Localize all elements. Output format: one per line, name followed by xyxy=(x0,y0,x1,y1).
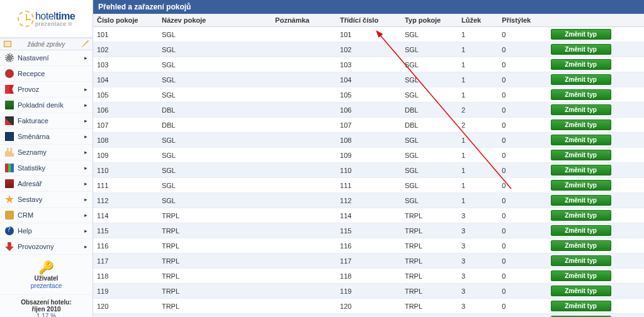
cell-tridici: 119 xyxy=(336,284,401,299)
cell-pristylek: 0 xyxy=(498,57,546,72)
change-type-button[interactable]: Změnit typ xyxy=(551,89,611,100)
change-type-button[interactable]: Změnit typ xyxy=(551,195,611,206)
cell-tridici: 102 xyxy=(336,42,401,57)
messages-text: žádné zprávy xyxy=(28,41,65,48)
cell-tridici: 112 xyxy=(336,193,401,208)
sidebar-item-stats[interactable]: Statistiky▸ xyxy=(0,160,93,176)
table-row: 104SGL104SGL10Změnit typ xyxy=(93,72,644,87)
cell-cislo: 116 xyxy=(93,238,158,253)
cell-typ: SGL xyxy=(401,148,458,163)
invoice-icon xyxy=(5,116,14,125)
cell-tridici: 106 xyxy=(336,103,401,118)
cell-tridici: 118 xyxy=(336,269,401,284)
change-type-button[interactable]: Změnit typ xyxy=(551,165,611,175)
cell-typ: DBL xyxy=(401,118,458,133)
sidebar-item-invoice[interactable]: Fakturace▸ xyxy=(0,113,93,129)
cell-poznamka xyxy=(271,178,336,193)
table-row: 117TRPL117TRPL30Změnit typ xyxy=(93,253,644,269)
user-link[interactable]: prezentace xyxy=(31,282,62,289)
sidebar-item-help[interactable]: Help▸ xyxy=(0,223,93,239)
change-type-button[interactable]: Změnit typ xyxy=(551,286,611,296)
messages-bar[interactable]: žádné zprávy xyxy=(0,38,93,50)
sidebar-item-address[interactable]: Adresář▸ xyxy=(0,176,93,192)
sidebar-item-reports[interactable]: Sestavy▸ xyxy=(0,192,93,208)
table-row: 102SGL102SGL10Změnit typ xyxy=(93,42,644,57)
cell-luzek: 1 xyxy=(458,178,498,193)
cell-nazev: TRPL xyxy=(158,223,271,238)
cell-tridici: 110 xyxy=(336,163,401,178)
cell-cislo: 110 xyxy=(93,163,158,178)
cell-typ: SGL xyxy=(401,27,458,42)
cell-luzek: 2 xyxy=(458,314,498,318)
cell-pristylek: 0 xyxy=(498,163,546,178)
cell-pristylek: 0 xyxy=(498,42,546,57)
table-row: 120TRPL120TRPL30Změnit typ xyxy=(93,299,644,314)
occupancy-percent[interactable]: 1,17 % xyxy=(3,313,90,317)
change-type-button[interactable]: Změnit typ xyxy=(551,104,611,115)
cell-luzek: 2 xyxy=(458,118,498,133)
sidebar-item-label: Směnárna xyxy=(18,133,84,140)
sidebar-item-operation[interactable]: Provoz▸ xyxy=(0,82,93,97)
change-type-button[interactable]: Změnit typ xyxy=(551,210,611,221)
cell-tridici: 114 xyxy=(336,208,401,223)
col-typ[interactable]: Typ pokoje xyxy=(401,14,458,27)
sidebar-item-settings[interactable]: Nastavení▸ xyxy=(0,50,93,66)
change-type-button[interactable]: Změnit typ xyxy=(551,59,611,70)
col-action xyxy=(547,14,644,27)
sidebar-item-cashbook[interactable]: Pokladní deník▸ xyxy=(0,97,93,113)
change-type-button[interactable]: Změnit typ xyxy=(551,180,611,191)
change-type-button[interactable]: Změnit typ xyxy=(551,255,611,266)
chevron-right-icon: ▸ xyxy=(84,86,88,92)
user-block: 🔑Uživatelprezentace xyxy=(0,255,93,295)
col-poznamka[interactable]: Poznámka xyxy=(271,14,336,27)
col-pristylek[interactable]: Přístýlek xyxy=(498,14,546,27)
col-nazev[interactable]: Název pokoje xyxy=(158,14,271,27)
change-type-button[interactable]: Změnit typ xyxy=(551,240,611,251)
cell-poznamka xyxy=(271,193,336,208)
change-type-button[interactable]: Změnit typ xyxy=(551,150,611,160)
edit-icon[interactable] xyxy=(81,40,89,48)
change-type-button[interactable]: Změnit typ xyxy=(551,225,611,236)
change-type-button[interactable]: Změnit typ xyxy=(551,74,611,85)
cell-cislo: 115 xyxy=(93,223,158,238)
sidebar-item-premises[interactable]: Provozovny▸ xyxy=(0,239,93,255)
change-type-button[interactable]: Změnit typ xyxy=(551,29,611,40)
sidebar-item-reception[interactable]: Recepce xyxy=(0,66,93,82)
sidebar-item-label: Sestavy xyxy=(18,196,84,203)
cell-nazev: SGL xyxy=(158,133,271,148)
cell-pristylek: 0 xyxy=(498,269,546,284)
change-type-button[interactable]: Změnit typ xyxy=(551,44,611,55)
col-tridici[interactable]: Třídící číslo xyxy=(336,14,401,27)
change-type-button[interactable]: Změnit typ xyxy=(551,135,611,145)
cell-nazev: DBL xyxy=(158,103,271,118)
change-type-button[interactable]: Změnit typ xyxy=(551,120,611,130)
cell-tridici: 111 xyxy=(336,178,401,193)
cell-nazev: TRPL xyxy=(158,269,271,284)
cell-pristylek: 0 xyxy=(498,27,546,42)
cell-nazev: SGL xyxy=(158,27,271,42)
cell-pristylek: 0 xyxy=(498,253,546,269)
sidebar-item-lists[interactable]: Seznamy▸ xyxy=(0,145,93,160)
cell-cislo: 105 xyxy=(93,87,158,103)
col-luzek[interactable]: Lůžek xyxy=(458,14,498,27)
cell-cislo: 112 xyxy=(93,193,158,208)
cell-luzek: 1 xyxy=(458,27,498,42)
cashbook-icon xyxy=(5,101,14,109)
change-type-button[interactable]: Změnit typ xyxy=(551,301,611,311)
cell-nazev: SGL xyxy=(158,42,271,57)
table-row: 103SGL103SGL10Změnit typ xyxy=(93,57,644,72)
cell-poznamka xyxy=(271,72,336,87)
sidebar-item-crm[interactable]: CRM▸ xyxy=(0,208,93,223)
table-row: 106DBL106DBL20Změnit typ xyxy=(93,103,644,118)
cell-cislo: 101 xyxy=(93,27,158,42)
cell-pristylek: 0 xyxy=(498,238,546,253)
cell-poznamka xyxy=(271,223,336,238)
sidebar-item-exchange[interactable]: Směnárna▸ xyxy=(0,129,93,145)
col-cislo[interactable]: Číslo pokoje xyxy=(93,14,158,27)
cell-poznamka xyxy=(271,87,336,103)
cell-typ: SGL xyxy=(401,163,458,178)
cell-nazev: DBL xyxy=(158,118,271,133)
settings-icon xyxy=(5,53,14,62)
cell-nazev: SGL xyxy=(158,57,271,72)
change-type-button[interactable]: Změnit typ xyxy=(551,270,611,281)
